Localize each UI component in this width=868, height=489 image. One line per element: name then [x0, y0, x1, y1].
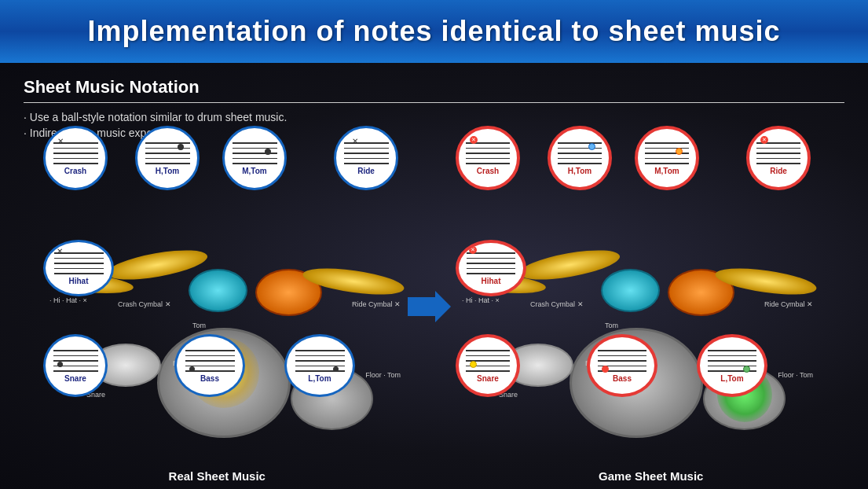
- htom-staff-right: [558, 141, 602, 166]
- hihat-staff-left: ✕: [54, 251, 104, 276]
- real-sheet-music-label: Real Sheet Music: [169, 469, 266, 483]
- htom-notation-right: H,Tom: [548, 126, 612, 190]
- notation-grid-left: ✕ Crash H,Tom: [43, 126, 428, 409]
- crash-label-left: Crash: [64, 167, 86, 175]
- hihat-staff-right: ✕: [467, 251, 515, 276]
- mtom-staff-left: [233, 141, 277, 166]
- mtom-notation-left: M,Tom: [222, 126, 287, 190]
- htom-staff-left: [145, 141, 190, 166]
- hihat-notation-left: ✕ Hihat: [43, 240, 114, 296]
- ltom-label-left: L,Tom: [308, 374, 331, 383]
- ride-notation-right: ✕ Ride: [746, 126, 811, 190]
- main-content: Sheet Music Notation · Use a ball-style …: [0, 63, 868, 489]
- mtom-label-left: M,Tom: [242, 167, 266, 175]
- crash-staff-right: ✕: [466, 141, 510, 166]
- direction-arrow: [408, 291, 451, 322]
- bass-staff-right: [598, 348, 646, 373]
- ride-label-left: Ride: [357, 167, 375, 175]
- header: Implementation of notes identical to she…: [0, 0, 868, 63]
- ltom-notation-right: L,Tom: [697, 334, 767, 397]
- snare-notation-left: Snare: [43, 334, 108, 397]
- ltom-staff-right: [708, 348, 756, 373]
- snare-notation-right: Snare: [456, 334, 520, 397]
- section-title: Sheet Music Notation: [24, 77, 844, 97]
- crash-notation-right: ✕ Crash: [456, 126, 520, 190]
- ride-notation-left: ✕ Ride: [334, 126, 398, 190]
- mtom-staff-right: [645, 141, 689, 166]
- ride-staff-left: ✕: [344, 141, 389, 166]
- crash-label-right: Crash: [477, 167, 499, 175]
- section-divider: [24, 102, 844, 103]
- hihat-label-right: Hihat: [482, 277, 501, 285]
- snare-staff-left: [53, 348, 98, 373]
- bass-staff-left: [185, 348, 235, 373]
- mtom-notation-right: M,Tom: [635, 126, 699, 190]
- ltom-staff-left: [295, 348, 345, 373]
- crash-staff-left: ✕: [53, 141, 98, 166]
- snare-label-left: Snare: [64, 374, 86, 383]
- bullet-1: · Use a ball-style notation similar to d…: [24, 111, 844, 123]
- snare-label-right: Snare: [477, 374, 499, 383]
- game-sheet-music-label: Game Sheet Music: [599, 469, 703, 483]
- htom-label-right: H,Tom: [568, 167, 591, 175]
- ltom-label-right: L,Tom: [720, 374, 743, 383]
- ride-label-right: Ride: [770, 167, 787, 175]
- bass-label-right: Bass: [613, 374, 632, 383]
- snare-staff-right: [466, 348, 510, 373]
- svg-marker-0: [408, 291, 451, 322]
- htom-label-left: H,Tom: [156, 167, 179, 175]
- hihat-notation-right: ✕ Hihat: [456, 240, 526, 296]
- crash-notation-left: ✕ Crash: [43, 126, 108, 190]
- bass-label-left: Bass: [200, 374, 219, 383]
- notation-grid-right: ✕ Crash H,Tom: [456, 126, 841, 409]
- htom-notation-left: H,Tom: [135, 126, 200, 190]
- hihat-label-left: Hihat: [69, 277, 89, 285]
- ltom-notation-left: L,Tom: [284, 334, 355, 397]
- header-title: Implementation of notes identical to she…: [87, 15, 780, 48]
- bass-notation-left: Bass: [174, 334, 245, 397]
- mtom-label-right: M,Tom: [654, 167, 679, 175]
- ride-staff-right: ✕: [756, 141, 800, 166]
- bass-notation-right: Bass: [587, 334, 657, 397]
